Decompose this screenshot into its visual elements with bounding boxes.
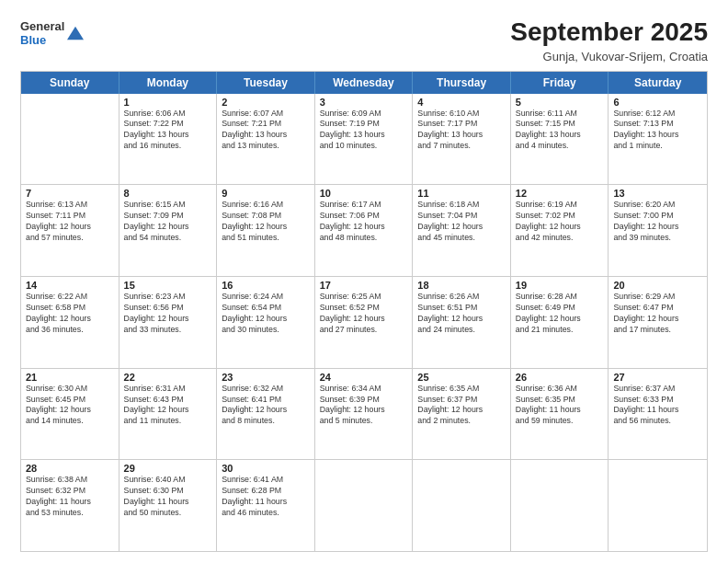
cell-info: Sunrise: 6:36 AM Sunset: 6:35 PM Dayligh… — [516, 384, 604, 428]
day-number: 4 — [417, 97, 506, 108]
day-number: 18 — [417, 280, 506, 291]
cell-info: Sunrise: 6:07 AM Sunset: 7:21 PM Dayligh… — [222, 109, 310, 153]
logo-general: General — [20, 20, 64, 34]
cal-header-thursday: Thursday — [413, 72, 511, 94]
cal-cell-day-3: 3Sunrise: 6:09 AM Sunset: 7:19 PM Daylig… — [315, 94, 414, 185]
day-number: 10 — [320, 188, 408, 199]
cell-info: Sunrise: 6:32 AM Sunset: 6:41 PM Dayligh… — [222, 384, 310, 428]
cal-cell-empty — [21, 94, 119, 185]
cal-cell-day-13: 13Sunrise: 6:20 AM Sunset: 7:00 PM Dayli… — [609, 185, 707, 276]
day-number: 17 — [320, 280, 408, 291]
cal-cell-day-25: 25Sunrise: 6:35 AM Sunset: 6:37 PM Dayli… — [413, 369, 511, 460]
cal-cell-day-14: 14Sunrise: 6:22 AM Sunset: 6:58 PM Dayli… — [21, 277, 119, 368]
cal-cell-day-17: 17Sunrise: 6:25 AM Sunset: 6:52 PM Dayli… — [315, 277, 414, 368]
cal-cell-day-5: 5Sunrise: 6:11 AM Sunset: 7:15 PM Daylig… — [511, 94, 609, 185]
cal-cell-day-26: 26Sunrise: 6:36 AM Sunset: 6:35 PM Dayli… — [511, 369, 609, 460]
day-number: 1 — [124, 97, 212, 108]
cal-cell-day-21: 21Sunrise: 6:30 AM Sunset: 6:45 PM Dayli… — [21, 369, 119, 460]
day-number: 27 — [613, 372, 702, 383]
cell-info: Sunrise: 6:18 AM Sunset: 7:04 PM Dayligh… — [417, 200, 506, 244]
day-number: 9 — [222, 188, 310, 199]
cal-cell-day-27: 27Sunrise: 6:37 AM Sunset: 6:33 PM Dayli… — [609, 369, 707, 460]
cell-info: Sunrise: 6:20 AM Sunset: 7:00 PM Dayligh… — [613, 200, 702, 244]
cal-cell-day-15: 15Sunrise: 6:23 AM Sunset: 6:56 PM Dayli… — [119, 277, 218, 368]
cell-info: Sunrise: 6:29 AM Sunset: 6:47 PM Dayligh… — [613, 292, 702, 336]
cell-info: Sunrise: 6:37 AM Sunset: 6:33 PM Dayligh… — [613, 384, 702, 428]
page-title: September 2025 — [510, 17, 708, 48]
cell-info: Sunrise: 6:23 AM Sunset: 6:56 PM Dayligh… — [124, 292, 212, 336]
logo-text: General Blue — [20, 20, 64, 48]
cal-row-1: 1Sunrise: 6:06 AM Sunset: 7:22 PM Daylig… — [21, 94, 707, 186]
cell-info: Sunrise: 6:40 AM Sunset: 6:30 PM Dayligh… — [124, 475, 212, 519]
cal-cell-day-18: 18Sunrise: 6:26 AM Sunset: 6:51 PM Dayli… — [413, 277, 511, 368]
day-number: 2 — [222, 97, 310, 108]
day-number: 28 — [26, 463, 114, 474]
cal-cell-day-7: 7Sunrise: 6:13 AM Sunset: 7:11 PM Daylig… — [21, 185, 119, 276]
day-number: 8 — [124, 188, 212, 199]
cal-cell-day-11: 11Sunrise: 6:18 AM Sunset: 7:04 PM Dayli… — [413, 185, 511, 276]
day-number: 5 — [516, 97, 604, 108]
cal-header-tuesday: Tuesday — [217, 72, 315, 94]
cell-info: Sunrise: 6:31 AM Sunset: 6:43 PM Dayligh… — [124, 384, 212, 428]
day-number: 25 — [417, 372, 506, 383]
cal-cell-day-12: 12Sunrise: 6:19 AM Sunset: 7:02 PM Dayli… — [511, 185, 609, 276]
cell-info: Sunrise: 6:13 AM Sunset: 7:11 PM Dayligh… — [26, 200, 114, 244]
cal-cell-day-4: 4Sunrise: 6:10 AM Sunset: 7:17 PM Daylig… — [413, 94, 511, 185]
cal-cell-day-30: 30Sunrise: 6:41 AM Sunset: 6:28 PM Dayli… — [217, 460, 315, 551]
cell-info: Sunrise: 6:09 AM Sunset: 7:19 PM Dayligh… — [320, 109, 408, 153]
logo-blue: Blue — [20, 34, 64, 48]
cal-header-sunday: Sunday — [21, 72, 119, 94]
cell-info: Sunrise: 6:22 AM Sunset: 6:58 PM Dayligh… — [26, 292, 114, 336]
cal-cell-day-19: 19Sunrise: 6:28 AM Sunset: 6:49 PM Dayli… — [511, 277, 609, 368]
cal-header-wednesday: Wednesday — [315, 72, 414, 94]
svg-marker-0 — [67, 27, 84, 40]
cell-info: Sunrise: 6:17 AM Sunset: 7:06 PM Dayligh… — [320, 200, 408, 244]
day-number: 12 — [516, 188, 604, 199]
cell-info: Sunrise: 6:12 AM Sunset: 7:13 PM Dayligh… — [613, 109, 702, 153]
cell-info: Sunrise: 6:41 AM Sunset: 6:28 PM Dayligh… — [222, 475, 310, 519]
day-number: 23 — [222, 372, 310, 383]
cell-info: Sunrise: 6:24 AM Sunset: 6:54 PM Dayligh… — [222, 292, 310, 336]
day-number: 7 — [26, 188, 114, 199]
cal-cell-empty — [413, 460, 511, 551]
cal-row-3: 14Sunrise: 6:22 AM Sunset: 6:58 PM Dayli… — [21, 277, 707, 369]
day-number: 14 — [26, 280, 114, 291]
cell-info: Sunrise: 6:26 AM Sunset: 6:51 PM Dayligh… — [417, 292, 506, 336]
cal-row-5: 28Sunrise: 6:38 AM Sunset: 6:32 PM Dayli… — [21, 460, 707, 552]
cell-info: Sunrise: 6:35 AM Sunset: 6:37 PM Dayligh… — [417, 384, 506, 428]
calendar-header-row: SundayMondayTuesdayWednesdayThursdayFrid… — [21, 72, 707, 94]
title-block: September 2025 Gunja, Vukovar-Srijem, Cr… — [510, 17, 708, 63]
cell-info: Sunrise: 6:28 AM Sunset: 6:49 PM Dayligh… — [516, 292, 604, 336]
cell-info: Sunrise: 6:16 AM Sunset: 7:08 PM Dayligh… — [222, 200, 310, 244]
cell-info: Sunrise: 6:06 AM Sunset: 7:22 PM Dayligh… — [124, 109, 212, 153]
cal-header-monday: Monday — [119, 72, 218, 94]
cell-info: Sunrise: 6:15 AM Sunset: 7:09 PM Dayligh… — [124, 200, 212, 244]
cal-row-2: 7Sunrise: 6:13 AM Sunset: 7:11 PM Daylig… — [21, 185, 707, 277]
day-number: 3 — [320, 97, 408, 108]
cal-cell-day-8: 8Sunrise: 6:15 AM Sunset: 7:09 PM Daylig… — [119, 185, 218, 276]
cell-info: Sunrise: 6:38 AM Sunset: 6:32 PM Dayligh… — [26, 475, 114, 519]
header: General Blue September 2025 Gunja, Vukov… — [20, 17, 708, 63]
cal-cell-day-22: 22Sunrise: 6:31 AM Sunset: 6:43 PM Dayli… — [119, 369, 218, 460]
day-number: 24 — [320, 372, 408, 383]
day-number: 29 — [124, 463, 212, 474]
day-number: 16 — [222, 280, 310, 291]
cal-cell-empty — [511, 460, 609, 551]
cal-cell-day-1: 1Sunrise: 6:06 AM Sunset: 7:22 PM Daylig… — [119, 94, 218, 185]
day-number: 19 — [516, 280, 604, 291]
cell-info: Sunrise: 6:10 AM Sunset: 7:17 PM Dayligh… — [417, 109, 506, 153]
cal-header-saturday: Saturday — [609, 72, 707, 94]
cell-info: Sunrise: 6:30 AM Sunset: 6:45 PM Dayligh… — [26, 384, 114, 428]
cal-cell-day-16: 16Sunrise: 6:24 AM Sunset: 6:54 PM Dayli… — [217, 277, 315, 368]
cell-info: Sunrise: 6:11 AM Sunset: 7:15 PM Dayligh… — [516, 109, 604, 153]
day-number: 20 — [613, 280, 702, 291]
day-number: 11 — [417, 188, 506, 199]
day-number: 26 — [516, 372, 604, 383]
day-number: 30 — [222, 463, 310, 474]
cell-info: Sunrise: 6:34 AM Sunset: 6:39 PM Dayligh… — [320, 384, 408, 428]
day-number: 21 — [26, 372, 114, 383]
cal-header-friday: Friday — [511, 72, 609, 94]
cal-cell-day-20: 20Sunrise: 6:29 AM Sunset: 6:47 PM Dayli… — [609, 277, 707, 368]
day-number: 6 — [613, 97, 702, 108]
day-number: 13 — [613, 188, 702, 199]
